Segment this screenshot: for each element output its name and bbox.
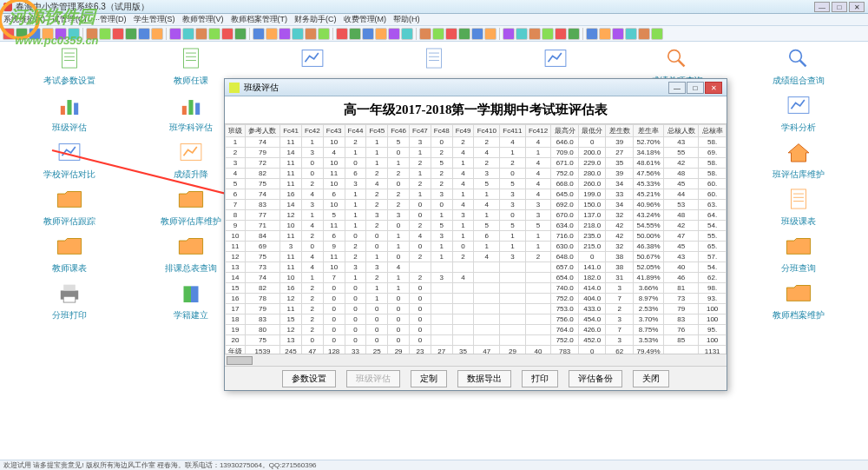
toolbar-button[interactable] xyxy=(208,28,220,40)
toolbar-button[interactable] xyxy=(125,28,137,40)
toolbar-button[interactable] xyxy=(612,28,624,40)
table-row[interactable]: 97110411120251555634.0218.04254.55%4254. xyxy=(226,221,727,231)
menu-item[interactable]: 帮助(H) xyxy=(393,14,420,25)
close-button[interactable]: ✕ xyxy=(849,2,865,12)
table-row[interactable]: 167812200100752.0404.078.97%7393. xyxy=(226,294,727,304)
toolbar xyxy=(0,26,868,42)
table-scroll[interactable]: 班级参考人数Fc41Fc42Fc43Fc44Fc45Fc46Fc47Fc48Fc… xyxy=(225,123,727,354)
dialog-minimize[interactable]: — xyxy=(668,82,686,94)
toolbar-button[interactable] xyxy=(651,28,663,40)
table-row[interactable]: 78314310122004433692.0150.03440.96%5363. xyxy=(226,200,727,210)
toolbar-button[interactable] xyxy=(234,28,247,40)
horizontal-scrollbar[interactable] xyxy=(225,354,727,366)
dialog-button-4[interactable]: 打印 xyxy=(522,370,558,387)
toolbar-button[interactable] xyxy=(503,28,515,40)
toolbar-button[interactable] xyxy=(266,28,278,40)
maximize-button[interactable]: □ xyxy=(832,2,847,12)
toolbar-button[interactable] xyxy=(638,28,650,40)
desktop-icon-exam-params[interactable]: 考试参数设置 xyxy=(9,42,130,89)
column-header: Fc411 xyxy=(500,125,526,137)
dialog-button-3[interactable]: 数据导出 xyxy=(457,370,511,387)
toolbar-button[interactable] xyxy=(542,28,554,40)
menu-item[interactable]: 财务助手(C) xyxy=(294,14,337,25)
minimize-button[interactable]: — xyxy=(814,2,830,12)
table-row[interactable]: 8771215133013103670.0137.03243.24%4864. xyxy=(226,210,727,221)
table-row[interactable]: 198012200000764.0426.078.75%7695. xyxy=(226,325,727,335)
desktop-icon-class-schedule[interactable]: 班级课表 xyxy=(738,182,859,229)
menu-item[interactable]: 收费管理(M) xyxy=(344,14,387,25)
table-row[interactable]: 10841126001431611716.0235.04250.00%4755. xyxy=(226,231,727,242)
table-row[interactable]: 177911200000753.0433.022.53%79100 xyxy=(226,304,727,314)
toolbar-button[interactable] xyxy=(484,28,496,40)
toolbar-button[interactable] xyxy=(599,28,611,40)
dialog-close[interactable]: ✕ xyxy=(705,82,722,94)
toolbar-button[interactable] xyxy=(555,28,567,40)
toolbar-button[interactable] xyxy=(318,28,330,40)
toolbar-button[interactable] xyxy=(305,28,317,40)
toolbar-button[interactable] xyxy=(388,28,400,40)
menu-item[interactable]: 教师管理(V) xyxy=(182,14,224,25)
table-row[interactable]: 2791434110124411709.0200.02734.18%5569. xyxy=(226,148,727,158)
desktop-icon-score-combo[interactable]: 成绩组合查询 xyxy=(738,42,859,89)
toolbar-button[interactable] xyxy=(375,28,387,40)
toolbar-button[interactable] xyxy=(195,28,207,40)
scroll-thumb[interactable] xyxy=(227,356,253,365)
toolbar-button[interactable] xyxy=(151,28,163,40)
toolbar-button[interactable] xyxy=(182,28,194,40)
dialog-button-0[interactable]: 参数设置 xyxy=(282,370,336,387)
dialog-button-5[interactable]: 评估备份 xyxy=(569,370,622,387)
table-row[interactable]: 127511411210212432648.003850.67%4357. xyxy=(226,252,727,262)
toolbar-button[interactable] xyxy=(529,28,541,40)
table-row[interactable]: 14741017121234654.0182.03141.89%4662. xyxy=(226,273,727,283)
toolbar-button[interactable] xyxy=(432,28,444,40)
toolbar-button[interactable] xyxy=(112,28,124,40)
table-row[interactable]: 137311410334657.0141.03852.05%4054. xyxy=(226,262,727,273)
desktop-icon-class-eval[interactable]: 班级评估 xyxy=(9,89,130,136)
dialog-button-6[interactable]: 关闭 xyxy=(633,370,669,387)
toolbar-button[interactable] xyxy=(99,28,111,40)
toolbar-button[interactable] xyxy=(349,28,361,40)
desktop-icon-class-eval-maint[interactable]: 班评估库维护 xyxy=(738,136,859,182)
toolbar-button[interactable] xyxy=(419,28,431,40)
table-row[interactable]: 年级15392454712833252923273547294078306279… xyxy=(226,346,727,354)
toolbar-button[interactable] xyxy=(401,28,413,40)
dialog-maximize[interactable]: □ xyxy=(687,82,704,94)
desktop-icon-class-query[interactable]: 分班查询 xyxy=(738,229,859,276)
desktop-icon-teacher-file-maint[interactable]: 教师档案维护 xyxy=(738,276,859,323)
table-row[interactable]: 1169309201010111630.0215.03246.38%4565. xyxy=(226,242,727,252)
toolbar-button[interactable] xyxy=(336,28,348,40)
toolbar-button[interactable] xyxy=(253,28,265,40)
toolbar-button[interactable] xyxy=(138,28,150,40)
table-row[interactable]: 48211011622124304752.0280.03947.56%4858. xyxy=(226,169,727,179)
toolbar-button[interactable] xyxy=(458,28,470,40)
table-row[interactable]: 57511210340224554668.0260.03445.33%4560. xyxy=(226,179,727,189)
toolbar-button[interactable] xyxy=(279,28,291,40)
table-cell: 2 xyxy=(410,179,431,189)
dialog-button-1[interactable]: 班级评估 xyxy=(346,370,400,387)
toolbar-button[interactable] xyxy=(169,28,181,40)
table-row[interactable]: 37211010011251224671.0229.03548.61%4258. xyxy=(226,158,727,169)
table-row[interactable]: 6741646122131134645.0199.03345.21%4460. xyxy=(226,189,727,200)
desktop-icon-class-print[interactable]: 分班打印 xyxy=(9,276,130,323)
toolbar-button[interactable] xyxy=(625,28,637,40)
table-row[interactable]: 188315200000756.0454.033.70%83100 xyxy=(226,314,727,325)
desktop-icon-teacher-schedule[interactable]: 教师课表 xyxy=(9,229,130,276)
desktop-icon-teacher-eval-track[interactable]: 教师评估跟踪 xyxy=(9,182,130,229)
toolbar-button[interactable] xyxy=(445,28,457,40)
table-row[interactable]: 17411110215302244646.003952.70%4358. xyxy=(226,137,727,148)
toolbar-button[interactable] xyxy=(586,28,598,40)
menu-item[interactable]: 教师档案管理(T) xyxy=(231,14,288,25)
dialog-button-2[interactable]: 定制 xyxy=(411,370,447,387)
toolbar-button[interactable] xyxy=(568,28,580,40)
menu-item[interactable]: 学生管理(S) xyxy=(134,14,175,25)
desktop-icon-school-compare[interactable]: 学校评估对比 xyxy=(9,136,130,182)
toolbar-button[interactable] xyxy=(471,28,483,40)
table-row[interactable]: 207513000000752.0452.033.53%85100 xyxy=(226,335,727,346)
toolbar-button[interactable] xyxy=(292,28,304,40)
desktop-icon-subject-analysis[interactable]: 学科分析 xyxy=(738,89,859,136)
column-header: Fc42 xyxy=(301,125,323,137)
table-row[interactable]: 158216200110740.0414.033.66%8198. xyxy=(226,283,727,294)
toolbar-button[interactable] xyxy=(362,28,374,40)
toolbar-button[interactable] xyxy=(221,28,233,40)
toolbar-button[interactable] xyxy=(516,28,528,40)
